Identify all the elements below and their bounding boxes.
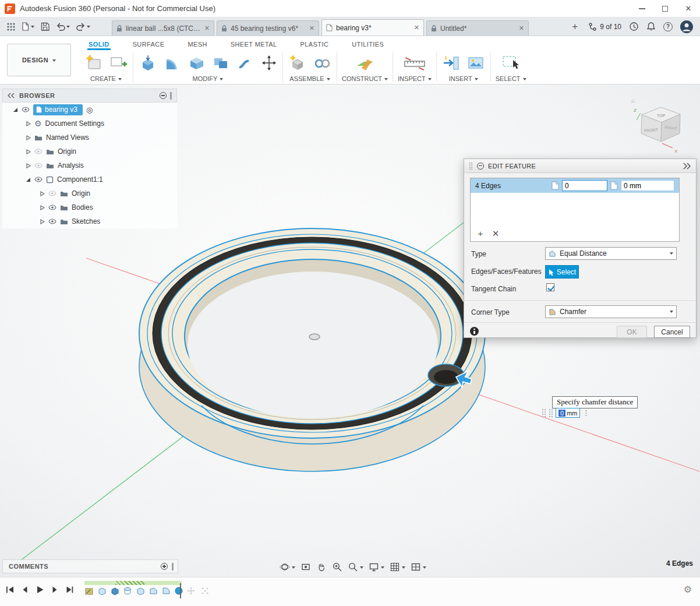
tab-mesh[interactable]: MESH <box>186 39 208 50</box>
collapse-dialog-icon[interactable] <box>477 163 484 170</box>
group-label-assemble[interactable]: ASSEMBLE <box>289 75 330 82</box>
tree-item-bodies[interactable]: Bodies <box>2 200 177 214</box>
collapsed-arrow-icon[interactable] <box>26 163 31 168</box>
timeline-settings-gear-icon[interactable]: ⚙ <box>684 585 692 594</box>
construct-plane-icon[interactable] <box>354 53 376 73</box>
timeline-move-icon[interactable] <box>186 586 196 596</box>
canvas-decal-icon[interactable] <box>466 53 486 73</box>
group-label-select[interactable]: SELECT <box>496 75 526 82</box>
visibility-eye-off-icon[interactable] <box>34 149 43 154</box>
cancel-button[interactable]: Cancel <box>654 326 690 338</box>
timeline-hole-icon[interactable] <box>123 586 133 596</box>
create-sketch-icon[interactable] <box>108 53 128 73</box>
step-forward-button[interactable] <box>50 585 59 594</box>
viewcube-top-label[interactable]: TOP <box>657 114 666 118</box>
tab-plastic[interactable]: PLASTIC <box>299 39 330 50</box>
pan-button[interactable] <box>316 562 327 572</box>
orbit-button[interactable] <box>280 562 295 572</box>
visibility-eye-icon[interactable] <box>34 177 43 182</box>
tree-item-root-bearing-v3[interactable]: bearing v3 ◎ <box>2 103 177 117</box>
collapsed-arrow-icon[interactable] <box>40 205 45 210</box>
visibility-eye-off-icon[interactable] <box>34 163 43 168</box>
shell-icon[interactable] <box>187 53 207 73</box>
collapsed-arrow-icon[interactable] <box>26 121 31 126</box>
offset-face-icon[interactable] <box>236 53 256 73</box>
add-selection-button[interactable]: + <box>474 228 487 239</box>
type-dropdown[interactable]: Equal Distance <box>545 247 677 260</box>
drag-grip-icon[interactable] <box>469 162 473 170</box>
tab-sheet-metal[interactable]: SHEET METAL <box>229 39 278 50</box>
group-label-modify[interactable]: MODIFY <box>193 75 224 82</box>
tree-item-analysis[interactable]: Analysis <box>2 158 177 172</box>
timeline-sketch-icon[interactable] <box>84 586 94 596</box>
collapsed-arrow-icon[interactable] <box>26 135 31 140</box>
display-settings-button[interactable] <box>369 562 384 572</box>
timeline-extrude-icon[interactable] <box>97 586 107 596</box>
timeline-group-band[interactable] <box>84 581 182 585</box>
collapsed-arrow-icon[interactable] <box>40 191 45 196</box>
move-copy-icon[interactable] <box>260 53 278 73</box>
timeline-position-marker[interactable] <box>180 583 181 598</box>
play-button[interactable] <box>35 585 44 594</box>
dialog-header[interactable]: EDIT FEATURE <box>464 159 696 173</box>
tab-surface[interactable]: SURFACE <box>132 39 166 50</box>
tree-item-sketches[interactable]: Sketches <box>2 214 177 228</box>
workspace-selector[interactable]: DESIGN <box>7 44 71 76</box>
ok-button[interactable]: OK <box>617 326 647 338</box>
timeline-extrude-icon[interactable] <box>110 586 120 596</box>
selection-row[interactable]: 4 Edges <box>471 178 679 193</box>
joint-icon[interactable] <box>312 53 332 73</box>
go-to-start-button[interactable] <box>5 585 15 594</box>
collapsed-arrow-icon[interactable] <box>26 149 31 154</box>
step-back-button[interactable] <box>20 585 29 594</box>
panel-handle[interactable] <box>170 92 172 100</box>
selection-table[interactable]: 4 Edges + ✕ <box>470 178 680 242</box>
new-component-icon[interactable] <box>288 53 307 73</box>
visibility-eye-off-icon[interactable] <box>48 191 56 196</box>
chamfer-value-input[interactable] <box>562 180 607 191</box>
dock-chevrons-icon[interactable] <box>683 162 691 170</box>
timeline-pattern-icon[interactable] <box>200 586 210 596</box>
corner-type-dropdown[interactable]: Chamfer <box>545 305 677 318</box>
tree-item-origin[interactable]: Origin <box>2 145 177 158</box>
tab-solid[interactable]: SOLID <box>87 39 111 50</box>
expanded-arrow-icon[interactable] <box>13 107 18 112</box>
chamfer-inline-input-row[interactable]: 0 mm ⋮ <box>542 408 589 418</box>
collapsed-arrow-icon[interactable] <box>40 219 45 224</box>
activate-target-icon[interactable]: ◎ <box>86 106 93 114</box>
measure-icon[interactable] <box>402 53 427 73</box>
go-to-end-button[interactable] <box>65 585 75 594</box>
expanded-arrow-icon[interactable] <box>26 177 31 182</box>
collapse-left-icon[interactable] <box>8 93 15 98</box>
insert-derive-icon[interactable] <box>441 53 461 73</box>
select-tool-icon[interactable] <box>500 53 521 73</box>
drag-grip-icon[interactable] <box>542 408 546 417</box>
timeline-chamfer-icon[interactable] <box>149 586 158 596</box>
comments-panel[interactable]: COMMENTS <box>2 559 178 573</box>
press-pull-icon[interactable] <box>138 53 158 73</box>
tree-item-document-settings[interactable]: ⚙ Document Settings <box>2 117 177 131</box>
chamfer-distance-field[interactable]: 0 mm <box>556 408 580 418</box>
browser-header[interactable]: BROWSER <box>2 89 177 103</box>
timeline-fillet-icon[interactable] <box>161 586 171 596</box>
tree-item-component-origin[interactable]: Origin <box>2 186 177 200</box>
bearing-model[interactable] <box>139 228 485 471</box>
create-form-icon[interactable] <box>84 53 104 73</box>
timeline-form-icon[interactable] <box>174 586 184 596</box>
chamfer-distance-input[interactable] <box>621 180 674 191</box>
info-icon[interactable] <box>470 327 479 336</box>
more-options-icon[interactable]: ⋮ <box>582 409 589 417</box>
fit-button[interactable] <box>348 562 363 572</box>
group-label-inspect[interactable]: INSPECT <box>398 75 432 82</box>
home-icon[interactable]: ⌂ <box>631 97 635 104</box>
group-label-construct[interactable]: CONSTRUCT <box>342 75 388 82</box>
tree-item-named-views[interactable]: Named Views <box>2 131 177 145</box>
add-comment-icon[interactable] <box>161 563 168 570</box>
tree-item-component1[interactable]: Component1:1 <box>2 172 177 186</box>
select-button[interactable]: Select <box>545 265 579 279</box>
combine-icon[interactable] <box>211 53 231 73</box>
fillet-icon[interactable] <box>162 53 182 73</box>
panel-handle[interactable] <box>172 563 174 570</box>
tangent-chain-checkbox[interactable] <box>546 283 554 291</box>
timeline-extrude-icon[interactable] <box>136 586 146 596</box>
